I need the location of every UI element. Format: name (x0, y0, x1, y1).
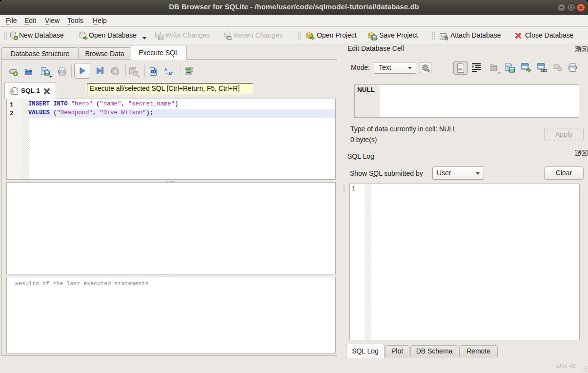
svg-text:b: b (164, 66, 167, 72)
